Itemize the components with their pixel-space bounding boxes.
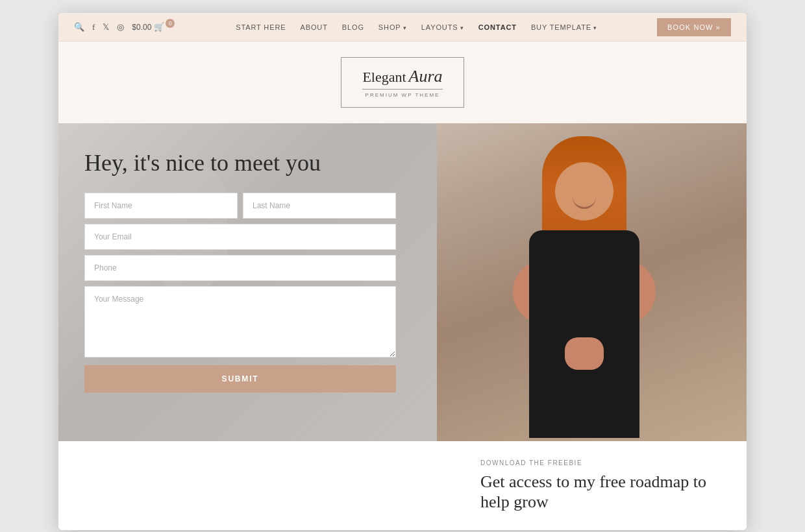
book-now-button[interactable]: BOOK NOW » <box>657 18 731 36</box>
email-input[interactable] <box>84 224 396 250</box>
person-body <box>487 130 682 441</box>
message-textarea[interactable] <box>84 286 396 357</box>
logo-area: ElegantAura PREMIUM WP THEME <box>58 42 747 123</box>
hero-content: Hey, it's nice to meet you SUBMIT <box>58 123 485 441</box>
hero-title: Hey, it's nice to meet you <box>84 149 465 177</box>
nav-center-links: START HERE ABOUT BLOG SHOP LAYOUTS CONTA… <box>236 23 597 31</box>
nav-link-buy-template[interactable]: BUY TEMPLATE <box>531 23 597 31</box>
nav-link-blog[interactable]: BLOG <box>342 23 364 31</box>
person-hands <box>565 337 604 370</box>
browser-frame: 🔍 f 𝕏 ◎ $0.00 🛒 0 START HERE ABOUT BLOG … <box>58 13 747 530</box>
bottom-section: DOWNLOAD THE FREEBIE Get access to my fr… <box>58 441 747 530</box>
freebie-section: DOWNLOAD THE FREEBIE Get access to my fr… <box>480 459 727 512</box>
contact-form: SUBMIT <box>84 193 396 393</box>
instagram-icon[interactable]: ◎ <box>117 22 124 32</box>
form-phone-row <box>84 255 396 281</box>
freebie-label: DOWNLOAD THE FREEBIE <box>480 459 727 466</box>
logo-main-text: Elegant <box>362 69 406 85</box>
top-nav: 🔍 f 𝕏 ◎ $0.00 🛒 0 START HERE ABOUT BLOG … <box>58 13 747 42</box>
cart-icon[interactable]: 🛒 <box>154 22 164 32</box>
search-icon[interactable]: 🔍 <box>74 22 84 32</box>
logo-tagline: PREMIUM WP THEME <box>362 89 442 98</box>
facebook-icon[interactable]: f <box>92 22 95 32</box>
last-name-input[interactable] <box>243 193 396 219</box>
nav-link-contact[interactable]: CONTACT <box>478 23 517 31</box>
cart-badge: 0 <box>166 19 175 28</box>
nav-link-shop[interactable]: SHOP <box>378 23 407 31</box>
nav-link-start-here[interactable]: START HERE <box>236 23 286 31</box>
cart-area[interactable]: $0.00 🛒 0 <box>132 22 176 32</box>
nav-left-icons: 🔍 f 𝕏 ◎ $0.00 🛒 0 <box>74 22 176 32</box>
hero-section: Hey, it's nice to meet you SUBMIT <box>58 123 747 441</box>
logo-text: ElegantAura <box>362 67 442 86</box>
form-name-row <box>84 193 396 219</box>
person-face <box>555 162 613 221</box>
logo-script-text: Aura <box>409 67 443 86</box>
form-email-row <box>84 224 396 250</box>
phone-input[interactable] <box>84 255 396 281</box>
cart-price: $0.00 <box>132 23 151 32</box>
first-name-input[interactable] <box>84 193 238 219</box>
logo-box: ElegantAura PREMIUM WP THEME <box>341 57 464 108</box>
submit-button[interactable]: SUBMIT <box>84 365 396 393</box>
nav-link-layouts[interactable]: LAYOUTS <box>421 23 464 31</box>
person-figure <box>461 123 708 441</box>
person-torso <box>529 230 639 438</box>
nav-link-about[interactable]: ABOUT <box>300 23 327 31</box>
person-smile <box>573 197 596 209</box>
twitter-icon[interactable]: 𝕏 <box>103 22 109 32</box>
freebie-title: Get access to my free roadmap to help gr… <box>480 472 727 512</box>
